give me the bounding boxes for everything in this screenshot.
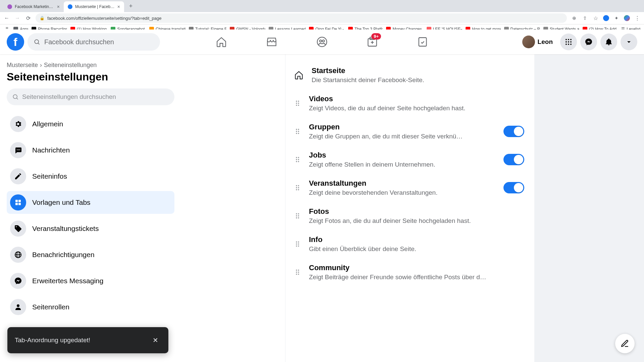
svg-point-65 — [296, 274, 297, 275]
svg-point-34 — [298, 131, 299, 132]
browser-chrome: Facebook Marketing & Werbea×Musterseite … — [0, 0, 644, 29]
svg-point-25 — [296, 101, 297, 102]
svg-point-56 — [298, 241, 299, 242]
url-text: facebook.com/offiziellemusterseite/setti… — [47, 16, 162, 21]
svg-point-18 — [18, 149, 19, 150]
share-icon[interactable]: ⇧ — [582, 15, 588, 21]
search-placeholder: Facebook durchsuchen — [44, 38, 114, 46]
compose-fab[interactable] — [615, 334, 635, 353]
settings-sidebar: Musterseite › Seiteneinstellungen Seiten… — [0, 54, 181, 362]
sidebar-item-pencil[interactable]: Seiteninfos — [7, 165, 174, 188]
svg-point-26 — [298, 101, 299, 102]
sidebar-item-tag[interactable]: Veranstaltungstickets — [7, 217, 174, 240]
page-tab-row[interactable]: GruppenZeigt die Gruppen an, die du mit … — [293, 117, 524, 145]
close-icon[interactable]: × — [57, 4, 60, 9]
tab-body: CommunityZeigt Beiträge deiner Freunde s… — [309, 263, 524, 281]
page-tab-row[interactable]: VeranstaltungenZeigt deine bevorstehende… — [293, 174, 524, 202]
svg-point-60 — [298, 245, 299, 246]
toggle-switch[interactable] — [503, 126, 524, 137]
search-icon — [34, 39, 40, 45]
toggle-switch[interactable] — [503, 182, 524, 193]
page-tab-row[interactable]: CommunityZeigt Beiträge deiner Freunde s… — [293, 258, 524, 286]
svg-point-37 — [296, 157, 297, 158]
page-tab-row[interactable]: InfoGibt einen Überblick über deine Seit… — [293, 230, 524, 258]
nav-home[interactable] — [198, 31, 245, 53]
menu-icon[interactable]: ⋮ — [634, 15, 641, 21]
sidebar-item-label: Seiteninfos — [32, 172, 67, 180]
page-tab-row[interactable]: FotosZeigt Fotos an, die du auf deiner S… — [293, 202, 524, 230]
svg-point-48 — [298, 189, 299, 190]
tabs-settings-card: StartseiteDie Startansicht deiner Facebo… — [285, 54, 534, 362]
tab-title: Veranstaltungen — [309, 179, 496, 188]
toggle-switch[interactable] — [503, 154, 524, 165]
svg-point-55 — [296, 241, 297, 242]
settings-search[interactable]: Seiteneinstellungen durchsuchen — [7, 88, 174, 105]
svg-point-44 — [298, 185, 299, 186]
back-button[interactable]: ← — [3, 15, 10, 21]
tab-title: Fotos — [309, 207, 524, 216]
svg-point-11 — [568, 41, 569, 43]
sidebar-item-globe[interactable]: Benachrichtigungen — [7, 243, 174, 266]
profile-avatar-icon[interactable] — [624, 15, 630, 21]
tab-title: Jobs — [309, 151, 496, 160]
page-tab-row[interactable]: StartseiteDie Startansicht deiner Facebo… — [293, 61, 524, 89]
drag-handle-icon[interactable] — [293, 128, 302, 135]
nav-marketplace[interactable] — [248, 31, 295, 53]
svg-point-50 — [298, 213, 299, 214]
facebook-logo[interactable]: f — [7, 33, 24, 51]
page-tab-row[interactable]: JobsZeigt offene Stellen in deinem Unter… — [293, 145, 524, 174]
browser-tab[interactable]: Musterseite | Facebook× — [64, 1, 124, 12]
breadcrumb-item[interactable]: Seiteneinstellungen — [44, 62, 97, 69]
messenger-button[interactable] — [580, 34, 597, 50]
notifications-button[interactable] — [600, 34, 617, 50]
forward-button[interactable]: → — [14, 15, 21, 21]
drag-handle-icon[interactable] — [293, 100, 302, 107]
tab-description: Zeigt Fotos an, die du auf deiner Seite … — [309, 217, 524, 225]
drag-handle-icon[interactable] — [293, 156, 302, 163]
tab-description: Die Startansicht deiner Facebook-Seite. — [312, 76, 524, 84]
nav-groups[interactable] — [299, 31, 345, 53]
fb-ext-icon[interactable] — [603, 15, 609, 21]
sidebar-item-grid[interactable]: Vorlagen und Tabs — [7, 191, 174, 214]
nav-pages[interactable] — [399, 31, 446, 53]
sidebar-item-label: Seitenrollen — [32, 303, 69, 311]
tab-description: Zeigt die Gruppen an, die du mit dieser … — [309, 133, 496, 140]
drag-handle-icon[interactable] — [293, 241, 302, 247]
svg-point-1 — [317, 37, 327, 47]
browser-tab-bar: Facebook Marketing & Werbea×Musterseite … — [0, 0, 644, 12]
page-tab-row[interactable]: VideosZeigt Videos, die du auf deiner Se… — [293, 89, 524, 117]
user-name: Leon — [538, 38, 553, 46]
svg-point-35 — [296, 133, 297, 134]
tab-title: Community — [309, 263, 524, 272]
zoom-icon[interactable]: ⊕ — [571, 15, 578, 21]
profile-chip[interactable]: Leon — [521, 34, 557, 50]
reload-button[interactable]: ⟳ — [25, 15, 32, 21]
globe-icon — [10, 247, 26, 263]
browser-tab[interactable]: Facebook Marketing & Werbea× — [3, 1, 64, 12]
extensions-icon[interactable]: ✦ — [613, 15, 620, 21]
svg-point-42 — [298, 161, 299, 162]
account-dropdown-button[interactable] — [621, 34, 637, 50]
facebook-search[interactable]: Facebook durchsuchen — [28, 33, 160, 51]
drag-handle-icon[interactable] — [293, 213, 302, 219]
breadcrumb-item[interactable]: Musterseite — [7, 62, 38, 69]
svg-point-53 — [296, 217, 297, 218]
gear-icon — [10, 116, 26, 132]
grid-icon — [10, 194, 26, 210]
toast-close-button[interactable]: ✕ — [150, 335, 161, 346]
close-icon[interactable]: × — [117, 4, 120, 9]
sidebar-item-chat[interactable]: Nachrichten — [7, 139, 174, 162]
svg-rect-22 — [15, 203, 18, 205]
drag-handle-icon[interactable] — [293, 184, 302, 191]
sidebar-item-person[interactable]: Seitenrollen — [7, 296, 174, 318]
drag-handle-icon[interactable] — [293, 269, 302, 276]
nav-gaming[interactable]: 9+ — [349, 31, 396, 53]
sidebar-item-messenger[interactable]: Erweitertes Messaging — [7, 269, 174, 292]
sidebar-item-gear[interactable]: Allgemein — [7, 113, 174, 135]
star-icon[interactable]: ☆ — [592, 15, 599, 21]
url-field[interactable]: 🔒 facebook.com/offiziellemusterseite/set… — [36, 13, 567, 23]
menu-grid-button[interactable] — [560, 34, 577, 50]
svg-point-7 — [566, 39, 567, 40]
svg-point-27 — [296, 103, 297, 104]
new-tab-button[interactable]: + — [126, 1, 136, 11]
